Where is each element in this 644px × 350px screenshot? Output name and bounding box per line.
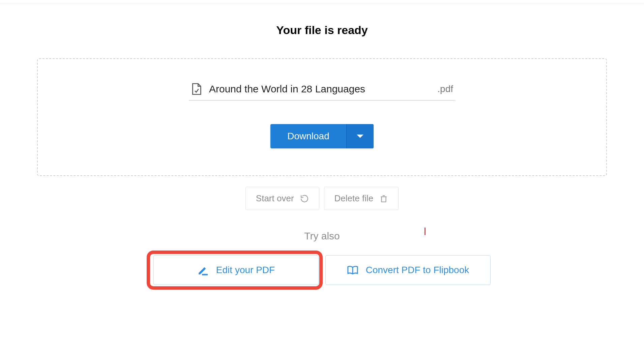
refresh-icon <box>300 194 309 203</box>
caret-down-icon <box>357 135 363 138</box>
svg-rect-0 <box>202 274 208 275</box>
convert-flipbook-button[interactable]: Convert PDF to Flipbook <box>325 255 491 285</box>
try-also-label: Try also <box>37 230 607 242</box>
download-options-button[interactable] <box>347 124 374 148</box>
book-open-icon <box>347 264 358 276</box>
edit-pdf-button[interactable]: Edit your PDF <box>153 255 319 285</box>
start-over-label: Start over <box>256 193 294 204</box>
trash-icon <box>379 194 388 203</box>
page-container: Your file is ready Around the World in 2… <box>0 3 644 285</box>
top-divider <box>0 0 644 3</box>
secondary-actions: Start over Delete file <box>37 187 607 210</box>
pencil-edit-icon <box>197 264 209 276</box>
convert-flipbook-label: Convert PDF to Flipbook <box>366 265 469 275</box>
file-name-input[interactable]: Around the World in 28 Languages <box>209 83 430 95</box>
file-name-row: Around the World in 28 Languages .pdf <box>189 83 455 100</box>
text-cursor-indicator <box>425 228 426 235</box>
delete-file-button[interactable]: Delete file <box>324 187 399 210</box>
start-over-button[interactable]: Start over <box>245 187 319 210</box>
edit-pdf-highlight: Edit your PDF <box>153 255 319 285</box>
page-title: Your file is ready <box>37 24 607 37</box>
edit-pdf-label: Edit your PDF <box>216 265 275 275</box>
file-check-icon <box>191 83 202 95</box>
download-button[interactable]: Download <box>270 124 347 148</box>
cta-row: Edit your PDF Convert PDF to Flipbook <box>37 255 607 285</box>
file-ready-panel: Around the World in 28 Languages .pdf Do… <box>37 58 607 176</box>
download-split-button: Download <box>270 124 374 148</box>
file-extension-label: .pdf <box>437 84 453 94</box>
delete-file-label: Delete file <box>334 193 374 204</box>
